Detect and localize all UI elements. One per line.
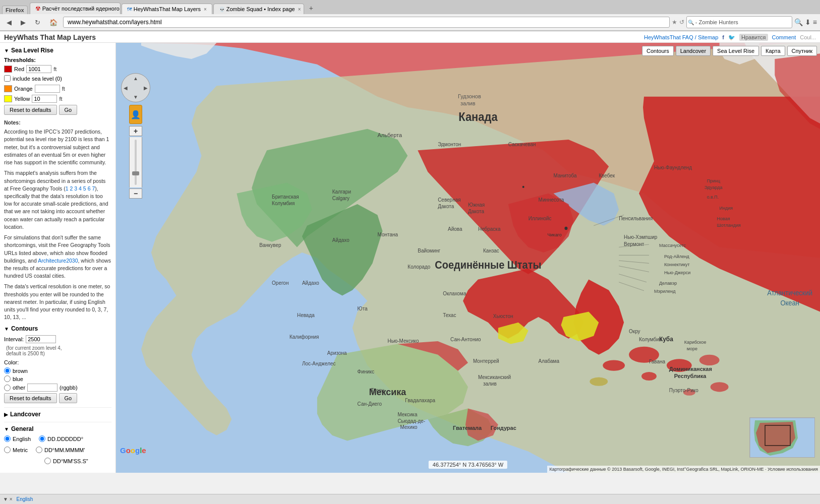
general-arrow: ▼ [4,426,9,432]
slr-reset-button[interactable]: Reset to defaults [4,105,57,115]
svg-text:Айдахо: Айдахо [302,280,319,286]
svg-text:Техас: Техас [443,312,456,318]
star-icon[interactable]: ★ [672,19,677,26]
link-6[interactable]: 6 [88,185,91,192]
nav-right[interactable]: ▶ [144,85,148,91]
svg-text:Колумбия: Колумбия [639,337,662,342]
blue-radio[interactable] [4,375,11,382]
english-radio[interactable] [4,435,11,442]
content-area: ▼ Sea Level Rise Thresholds: Red ft incl… [0,43,820,473]
street-view-btn[interactable]: 👤 [129,105,142,124]
link-2[interactable]: 2 [70,185,73,192]
contours-map-btn[interactable]: Contours [642,46,674,56]
zoom-in-btn[interactable]: + [129,126,142,136]
tab3-close[interactable]: × [298,7,301,12]
tab-1[interactable]: ☢ Расчёт последствий ядерного взры... × [30,3,121,14]
svg-point-3 [699,355,720,365]
karta-btn[interactable]: Карта [761,46,785,56]
nav-control[interactable]: ▲ ▼ ◀ ▶ [121,73,150,102]
sea-level-rise-map-btn[interactable]: Sea Level Rise [713,46,759,56]
red-input[interactable] [26,65,51,73]
zoom-slider[interactable] [129,137,142,187]
link-3[interactable]: 3 [74,185,77,192]
forward-btn[interactable]: ▶ [17,17,29,28]
link-7[interactable]: 7 [92,185,95,192]
contours-header[interactable]: ▼ Contours [4,325,111,332]
tab-2[interactable]: 🗺 HeyWhatsThat Map Layers × [122,4,212,14]
dd-dddddd-radio[interactable] [39,435,45,442]
svg-text:Вермонт: Вермонт [624,241,644,247]
contours-go-button[interactable]: Go [59,393,78,403]
svg-text:Дакота: Дакота [468,209,484,214]
nav-left[interactable]: ◀ [124,85,128,91]
home-btn[interactable]: 🏠 [46,17,61,28]
svg-text:Нью-Фаундленд: Нью-Фаундленд [654,164,692,170]
red-threshold-row: Red ft [4,65,111,73]
landcover-map-btn[interactable]: Landcover [676,46,711,56]
link-5[interactable]: 5 [83,185,86,192]
notes-text-4: The data's vertical resolution is one me… [4,283,111,321]
tab-3[interactable]: 💀 Zombie Squad • Index page × [213,4,304,14]
zoom-thumb[interactable] [132,171,139,175]
download-icon[interactable]: ⬇ [805,18,811,26]
map-background[interactable]: Канада Соединённые Штаты Мексика Атланти… [116,43,820,473]
sputnik-btn[interactable]: Спутник [787,46,817,56]
contours-section: ▼ Contours Interval: (for current zoom l… [4,325,111,403]
contours-reset-button[interactable]: Reset to defaults [4,393,57,403]
orange-label: Orange [14,86,33,92]
url-bar[interactable] [63,17,670,28]
nav-down[interactable]: ▼ [133,94,138,100]
dd-mm-mmmm-radio-row: DD°MM.MMMM' [36,447,85,453]
search-icon[interactable]: 🔍 [794,18,803,26]
include-sea-checkbox[interactable] [4,75,11,82]
svg-text:Шотландия: Шотландия [717,223,741,228]
google-logo[interactable]: Google [120,446,146,455]
svg-text:Соединённые Штаты: Соединённые Штаты [435,259,541,271]
link-1[interactable]: 1 [66,185,69,192]
landcover-header[interactable]: ▶ Landcover [4,411,111,418]
dd-mm-mmmm-radio[interactable] [36,447,42,453]
search-input[interactable] [740,18,791,27]
svg-text:Гондурас: Гондурас [491,425,516,431]
color-label: Color: [4,359,111,365]
include-sea-label: include sea level (0) [13,76,62,82]
zoom-note2-text: default is 2500 ft) [6,351,45,356]
faq-link[interactable]: HeyWhatsThat FAQ / Sitemap [644,34,718,40]
rggbb-input[interactable] [27,384,57,392]
arch2030-link[interactable]: Architecture2030 [38,258,78,264]
new-tab-btn[interactable]: + [305,2,317,14]
svg-text:Гудзонов: Гудзонов [458,93,481,99]
reload-small-icon[interactable]: ↺ [679,19,684,26]
menu-icon[interactable]: ≡ [813,18,817,26]
contours-label: Contours [11,325,38,332]
include-sea-row: include sea level (0) [4,75,111,82]
link-4[interactable]: 4 [79,185,82,192]
orange-input[interactable] [35,85,60,93]
interval-input[interactable] [26,335,56,343]
dd-mm-ss-radio[interactable] [44,458,51,464]
metric-radio[interactable] [4,447,11,453]
svg-text:Калгари: Калгари [332,188,351,194]
general-header[interactable]: ▼ General [4,425,111,432]
other-radio[interactable] [4,385,11,391]
tab2-close[interactable]: × [204,7,207,12]
firefox-btn[interactable]: Firefox [2,6,28,14]
svg-text:залив: залив [483,381,497,386]
yellow-input[interactable] [32,95,57,103]
comment-link[interactable]: Comment [772,34,796,40]
zoom-out-btn[interactable]: − [129,188,142,199]
sea-level-rise-header[interactable]: ▼ Sea Level Rise [4,47,111,54]
svg-text:Орегон: Орегон [272,280,288,286]
nav-up[interactable]: ▲ [133,76,138,81]
svg-text:Пенсильвания: Пенсильвания [619,216,653,221]
brown-radio[interactable] [4,367,11,374]
svg-text:Коннектикут: Коннектикут [664,262,690,267]
svg-text:Мексиканский: Мексиканский [478,374,511,380]
reload-btn[interactable]: ↻ [31,17,44,28]
map-container[interactable]: Канада Соединённые Штаты Мексика Атланти… [116,43,820,473]
slr-go-button[interactable]: Go [59,105,78,115]
svg-point-7 [603,360,625,370]
back-btn[interactable]: ◀ [3,17,15,28]
person-icon: 👤 [131,110,141,119]
minimap [749,417,815,458]
